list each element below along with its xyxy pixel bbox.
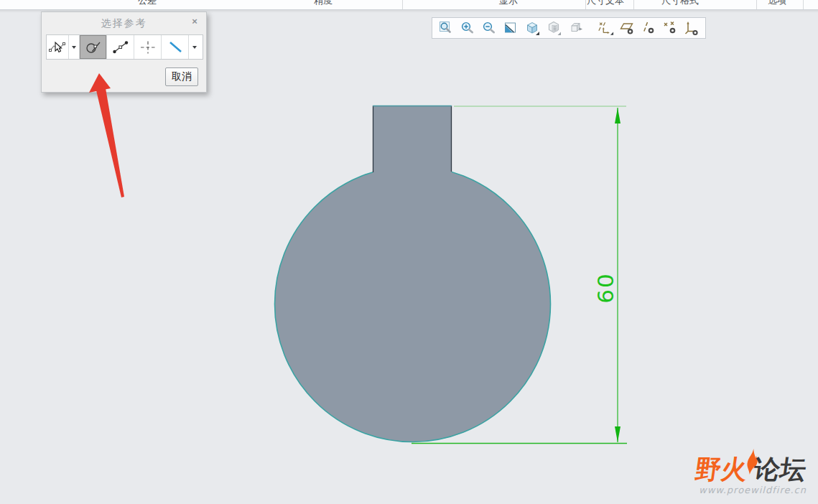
dim-arrow-up <box>615 108 621 123</box>
ribbon-group-precision: 精度 <box>314 0 333 7</box>
csys-display-button[interactable] <box>683 19 700 37</box>
select-line-dropdown[interactable] <box>189 35 200 59</box>
repaint-icon <box>503 20 519 36</box>
reference-tool-strip <box>46 34 203 60</box>
zoom-in-button[interactable] <box>459 19 476 37</box>
select-chain-button[interactable] <box>47 35 69 59</box>
saved-orientations-icon <box>546 20 562 36</box>
view-manager-button[interactable] <box>567 19 584 37</box>
axis-display-icon <box>641 20 656 36</box>
select-line-button[interactable] <box>162 35 189 59</box>
dim-value-text[interactable]: 60 <box>592 272 618 303</box>
cancel-button[interactable]: 取消 <box>165 67 198 86</box>
csys-display-icon <box>683 20 700 36</box>
ribbon-separator <box>803 0 804 9</box>
graphics-toolbar <box>432 17 706 39</box>
sketch-tab[interactable] <box>373 106 452 174</box>
ribbon-separator <box>585 0 586 9</box>
point-display-icon <box>661 20 679 36</box>
ribbon-group-display: 显示 <box>499 0 518 7</box>
display-style-icon <box>524 20 540 36</box>
select-curve-icon <box>84 39 103 56</box>
sketch-circle[interactable] <box>275 167 551 442</box>
select-curve-button[interactable] <box>80 35 107 59</box>
select-reference-dialog: 选择参考 × <box>41 11 207 93</box>
ribbon-separator <box>633 0 634 9</box>
chevron-down-icon <box>72 46 76 49</box>
close-icon[interactable]: × <box>190 17 200 27</box>
ribbon-separator <box>756 0 757 9</box>
select-chain-icon <box>48 39 67 56</box>
plane-display-button[interactable] <box>618 19 636 37</box>
dialog-title: 选择参考 <box>42 17 206 30</box>
select-segment-button[interactable] <box>107 35 134 59</box>
repaint-button[interactable] <box>502 19 519 37</box>
ribbon-group-options: 选项 <box>768 0 786 7</box>
select-intersection-button[interactable] <box>134 35 162 59</box>
datum-display-filters-button[interactable] <box>597 19 614 37</box>
zoom-fit-icon <box>438 20 454 36</box>
select-chain-dropdown[interactable] <box>69 35 80 59</box>
plane-display-icon <box>619 20 635 36</box>
ribbon-group-tolerance: 公差 <box>138 0 157 7</box>
axis-display-button[interactable] <box>640 19 657 37</box>
zoom-fit-button[interactable] <box>437 19 455 37</box>
saved-orientations-button[interactable] <box>545 19 562 37</box>
datum-display-filters-icon <box>597 20 614 36</box>
ribbon-separator <box>402 0 403 9</box>
dim-arrow-down <box>615 426 621 442</box>
select-intersection-icon <box>139 39 157 56</box>
graphics-canvas[interactable]: 60 <box>0 10 818 504</box>
ribbon-group-dimension-text: 尺寸文本 <box>587 0 624 7</box>
select-segment-icon <box>111 39 130 56</box>
zoom-in-icon <box>460 20 475 36</box>
display-style-button[interactable] <box>524 19 541 37</box>
ribbon-group-dimension-format: 尺寸格式 <box>661 0 699 7</box>
view-manager-icon <box>567 20 583 36</box>
ribbon-strip: 公差 精度 显示 尺寸文本 尺寸格式 选项 <box>0 0 818 10</box>
select-line-icon <box>166 39 185 56</box>
chevron-down-icon <box>192 46 197 49</box>
zoom-out-icon <box>481 20 497 36</box>
point-display-button[interactable] <box>661 19 679 37</box>
zoom-out-button[interactable] <box>480 19 498 37</box>
